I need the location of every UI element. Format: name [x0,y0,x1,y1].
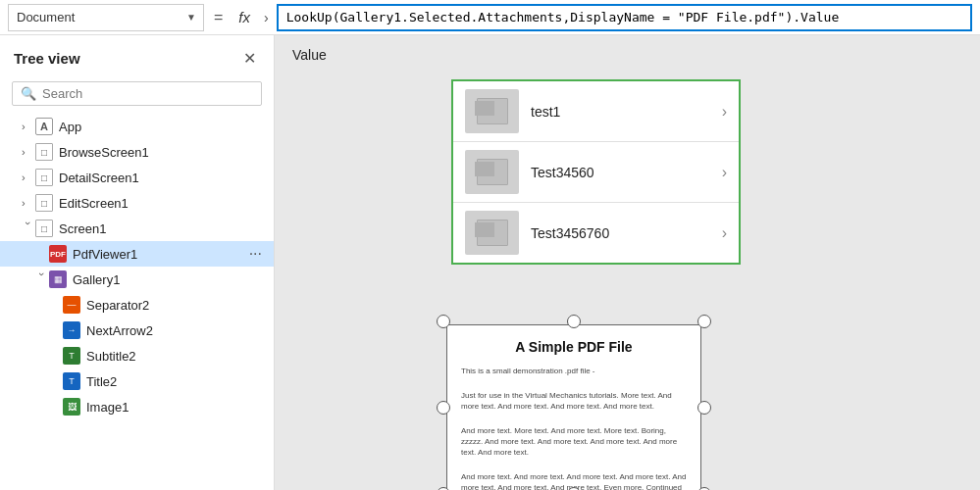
sidebar-item-detail-screen1[interactable]: › □ DetailScreen1 [0,165,274,190]
search-box: 🔍 [12,81,262,106]
screen-icon: □ [35,194,53,212]
sidebar-header: Tree view ✕ [0,35,274,77]
sidebar-item-label: EditScreen1 [59,196,129,211]
sidebar-item-label: BrowseScreen1 [59,145,149,160]
top-bar: Document ▼ = fx › [0,0,980,35]
fx-button[interactable]: fx [232,9,256,25]
chevron-right-icon: › [722,224,727,242]
gallery-item-name: Test3456760 [531,225,722,241]
sidebar-item-gallery1[interactable]: › ▦ Gallery1 [0,267,274,292]
app-icon: A [35,118,53,135]
search-icon: 🔍 [21,86,36,101]
subtitle-icon: T [63,347,80,365]
gallery-icon: ▦ [49,270,67,288]
arrow-icon: → [63,321,80,339]
expand-icon: › [36,272,48,286]
pdf-content: A Simple PDF File This is a small demons… [447,325,700,490]
sidebar-item-label: NextArrow2 [86,323,153,338]
pdf-text-3: And more text. More text. And more text.… [461,425,687,459]
pdf-text-2: Just for use in the Virtual Mechanics tu… [461,390,687,412]
title-icon: T [63,372,80,390]
sidebar-item-label: Gallery1 [73,272,120,287]
image-icon: 🖼 [63,398,80,416]
screen-icon: □ [35,220,53,237]
expand-icon: › [22,197,35,209]
sidebar-item-separator2[interactable]: ― Separator2 [0,292,274,318]
gallery-item-name: Test34560 [531,165,722,180]
chevron-right-icon: › [722,103,727,121]
sidebar-item-label: Title2 [86,374,117,389]
sidebar-item-label: PdfViewer1 [73,247,137,262]
sidebar-item-subtitle2[interactable]: T Subtitle2 [0,343,274,368]
value-label: Value [292,47,327,63]
sidebar-item-browse-screen1[interactable]: › □ BrowseScreen1 [0,139,274,165]
gallery-item-name: test1 [531,104,722,120]
sidebar-item-pdfviewer1[interactable]: PDF PdfViewer1 ··· [0,241,274,267]
equals-icon: = [210,9,227,26]
sidebar-title: Tree view [14,50,80,67]
expand-icon: › [22,172,35,183]
screen-icon: □ [35,143,53,161]
pdf-text-4: And more text. And more text. And more t… [461,471,687,490]
gallery-thumbnail [465,89,519,133]
document-dropdown-wrapper: Document ▼ [8,4,204,31]
sidebar-item-label: App [59,120,81,134]
sidebar-item-nextarrow2[interactable]: → NextArrow2 [0,318,274,343]
more-options-button[interactable]: ··· [245,245,266,263]
tree-content: › A App › □ BrowseScreen1 › □ DetailScre… [0,114,274,490]
pdf-text-1: This is a small demonstration .pdf file … [461,366,687,376]
expand-icon: › [23,221,34,235]
content-area: Value test1 › Test34560 › Test3456760 › [275,35,980,490]
formula-input[interactable] [277,4,972,31]
sidebar-item-label: DetailScreen1 [59,171,139,185]
pdf-icon: PDF [49,245,67,263]
document-select[interactable]: Document [8,4,204,31]
close-button[interactable]: ✕ [239,47,260,70]
sidebar-item-edit-screen1[interactable]: › □ EditScreen1 [0,190,274,216]
search-input[interactable] [42,86,253,101]
chevron-right-icon: › [722,164,727,181]
sidebar-item-label: Separator2 [86,298,149,313]
pdf-title: A Simple PDF File [461,337,687,358]
chevron-right-icon: › [262,10,271,25]
gallery-thumbnail [465,150,519,194]
sidebar: Tree view ✕ 🔍 › A App › □ BrowseScreen1 … [0,35,275,490]
main-layout: Tree view ✕ 🔍 › A App › □ BrowseScreen1 … [0,35,980,490]
sidebar-item-label: Image1 [86,400,129,415]
expand-icon: › [22,146,35,158]
sidebar-item-image1[interactable]: 🖼 Image1 [0,394,274,419]
gallery-thumbnail [465,211,519,255]
expand-icon: › [22,121,35,132]
gallery-item-2[interactable]: Test3456760 › [453,203,739,263]
sidebar-item-label: Screen1 [59,221,106,236]
sidebar-item-app[interactable]: › A App [0,114,274,139]
gallery-item-0[interactable]: test1 › [453,81,739,142]
gallery-panel: test1 › Test34560 › Test3456760 › [451,79,741,265]
pdf-viewer-panel: A Simple PDF File This is a small demons… [446,324,701,490]
gallery-item-1[interactable]: Test34560 › [453,142,739,203]
screen-icon: □ [35,169,53,186]
sidebar-item-title2[interactable]: T Title2 [0,368,274,394]
sidebar-item-label: Subtitle2 [86,349,136,364]
separator-icon: ― [63,296,80,314]
sidebar-item-screen1[interactable]: › □ Screen1 [0,216,274,241]
